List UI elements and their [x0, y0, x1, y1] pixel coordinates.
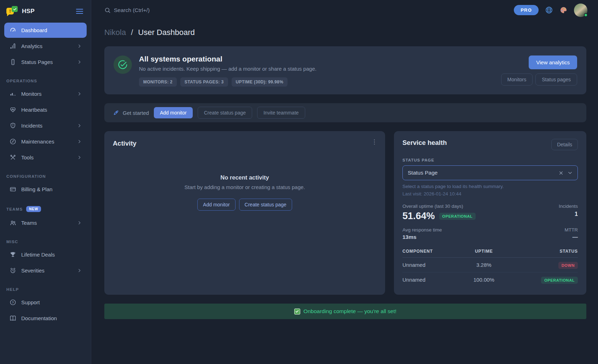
incidents-label: Incidents [559, 204, 578, 209]
sidebar-item-maintenances[interactable]: Maintenances [4, 134, 87, 149]
empty-state-title: No recent activity [113, 174, 377, 181]
check-circle-icon [114, 55, 132, 74]
sidebar-item-label: Maintenances [21, 139, 54, 145]
table-header-component: COMPONENT [402, 245, 463, 258]
sidebar-item-analytics[interactable]: Analytics [4, 39, 87, 54]
online-status-dot [584, 13, 588, 17]
chevron-down-icon[interactable] [568, 170, 573, 175]
invite-teammate-button[interactable]: Invite teammate [257, 107, 305, 119]
traffic-light-icon [9, 59, 16, 66]
status-page-field-label: STATUS PAGE [402, 158, 578, 162]
alarm-clock-icon [9, 267, 16, 274]
theme-palette-icon[interactable] [559, 6, 568, 14]
uptime-value: 51.64% [402, 211, 435, 222]
sidebar-item-heartbeats[interactable]: Heartbeats [4, 102, 87, 117]
service-health-card: Service health Details STATUS PAGE Statu… [394, 131, 586, 295]
pro-badge[interactable]: PRO [514, 5, 539, 15]
empty-create-status-page-button[interactable]: Create status page [239, 199, 292, 211]
app-name: HSP [22, 8, 35, 15]
help-icon: ? [9, 299, 16, 306]
user-avatar[interactable] [574, 4, 587, 17]
page-content: Nikola / User Dashboard All systems oper… [91, 20, 598, 364]
heartbeat-icon [9, 106, 16, 113]
component-uptime: 100.00% [463, 272, 505, 287]
create-status-page-button[interactable]: Create status page [198, 107, 252, 119]
sidebar-item-tools[interactable]: Tools [4, 150, 87, 165]
breadcrumb-parent[interactable]: Nikola [104, 28, 126, 37]
uptime-label: Overall uptime (last 30 days) [402, 204, 476, 209]
sidebar-item-status-pages[interactable]: Status Pages [4, 54, 87, 70]
sidebar-item-label: Lifetime Deals [21, 252, 55, 258]
sidebar-item-label: Support [21, 299, 40, 305]
sidebar-item-documentation[interactable]: Documentation [4, 311, 87, 326]
breadcrumb: Nikola / User Dashboard [104, 28, 586, 37]
status-hero-card: All systems operational No active incide… [104, 46, 586, 94]
rocket-icon [113, 110, 119, 116]
table-header-uptime: UPTIME [463, 245, 505, 258]
section-operations: OPERATIONS [6, 79, 85, 83]
sidebar-item-teams[interactable]: Teams [4, 215, 87, 230]
status-page-select-value: Status Page [408, 170, 437, 176]
monitors-count-chip: MONITORS: 2 [139, 77, 177, 87]
sidebar-item-monitors[interactable]: Monitors [4, 86, 87, 101]
sidebar-item-label: Teams [21, 220, 37, 226]
empty-add-monitor-button[interactable]: Add monitor [197, 199, 235, 211]
components-table: COMPONENT UPTIME STATUS Unnamed 3.28% DO… [402, 245, 578, 287]
sidebar-item-incidents[interactable]: Incidents [4, 118, 87, 133]
sidebar-item-dashboard[interactable]: Dashboard [4, 23, 87, 38]
chevron-right-icon [77, 221, 82, 225]
sidebar-item-label: Incidents [21, 123, 42, 129]
activity-title: Activity [113, 140, 377, 147]
chevron-right-icon [77, 123, 82, 128]
sidebar-item-severities[interactable]: Severities [4, 263, 87, 278]
analytics-icon [9, 43, 16, 50]
mttr-label: MTTR [565, 227, 578, 233]
component-name: Unnamed [402, 272, 463, 287]
hero-title: All systems operational [139, 55, 494, 63]
sidebar-item-label: Documentation [21, 315, 57, 321]
book-icon [9, 315, 16, 322]
details-button[interactable]: Details [551, 139, 578, 150]
status-page-select[interactable]: Status Page [402, 165, 578, 180]
onboarding-banner-text: Onboarding complete — you're all set! [303, 308, 396, 315]
kebab-menu-icon[interactable]: ⋮ [371, 139, 377, 145]
avg-response-value: 13ms [402, 234, 442, 240]
svg-text:?: ? [12, 301, 13, 304]
globe-icon[interactable] [545, 6, 553, 14]
uptime-status-badge: OPERATIONAL [439, 213, 476, 220]
hero-subtitle: No active incidents. Keep shipping — add… [139, 66, 494, 72]
status-pages-button[interactable]: Status pages [535, 74, 577, 86]
sidebar-item-lifetime-deals[interactable]: Lifetime Deals [4, 247, 87, 262]
section-help: HELP [6, 287, 85, 292]
tools-icon [9, 154, 16, 161]
clear-selection-icon[interactable] [559, 171, 563, 175]
add-monitor-button[interactable]: Add monitor [154, 107, 192, 118]
empty-state-subtitle: Start by adding a monitor or creating a … [113, 184, 377, 190]
monitors-icon [9, 90, 16, 98]
sidebar-item-label: Heartbeats [21, 107, 47, 113]
sidebar-item-label: Status Pages [21, 59, 53, 65]
maintenance-icon [9, 138, 16, 145]
monitors-button[interactable]: Monitors [501, 74, 533, 86]
sidebar-item-label: Tools [21, 154, 34, 160]
logo-row: ! HSP [4, 0, 87, 23]
sidebar-item-label: Severities [21, 268, 45, 274]
table-row[interactable]: Unnamed 100.00% OPERATIONAL [402, 272, 578, 287]
sidebar-item-billing[interactable]: Billing & Plan [4, 182, 87, 197]
section-teams: TEAMS NEW [6, 206, 85, 212]
status-pages-count-chip: STATUS PAGES: 3 [180, 77, 228, 87]
view-analytics-button[interactable]: View analytics [529, 55, 577, 69]
table-header-status: STATUS [505, 245, 578, 258]
service-health-title: Service health [402, 139, 447, 147]
table-row[interactable]: Unnamed 3.28% DOWN [402, 258, 578, 272]
search-input[interactable] [114, 7, 192, 13]
sidebar: ! HSP Dashboard Analytics [0, 0, 91, 364]
sidebar-item-support[interactable]: ? Support [4, 295, 87, 310]
credit-card-icon [9, 186, 16, 193]
global-search[interactable] [104, 7, 192, 13]
topbar: PRO [91, 0, 598, 20]
last-visit-text: Last visit: 2026-01-24 10:44 [402, 191, 578, 196]
avg-response-label: Avg response time [402, 227, 442, 233]
hamburger-menu-icon[interactable] [75, 7, 85, 15]
chevron-right-icon [77, 44, 82, 48]
